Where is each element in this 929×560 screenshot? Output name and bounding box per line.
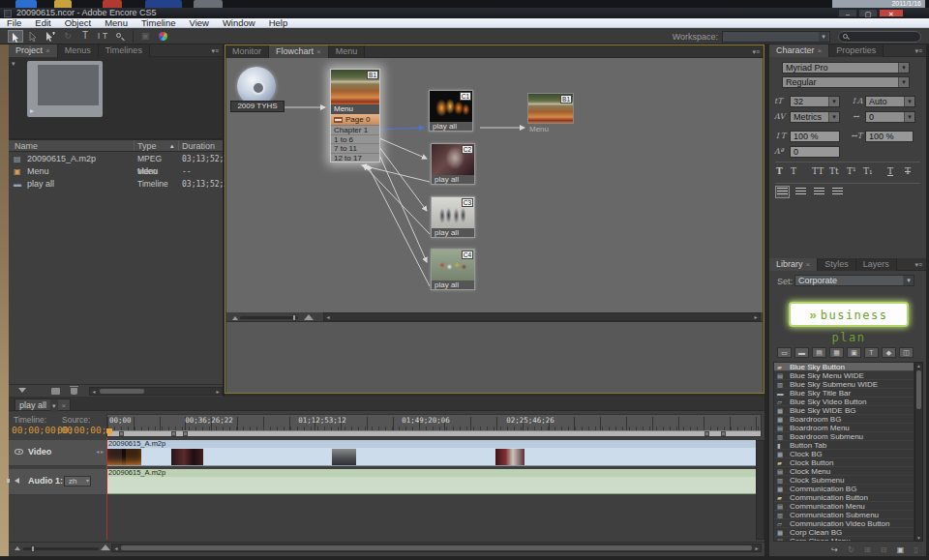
library-item[interactable]: Boardroom Submenu bbox=[774, 432, 914, 441]
new-item-icon[interactable]: ▣ bbox=[897, 545, 905, 554]
new-submenu-icon[interactable]: ⊟ bbox=[881, 545, 887, 554]
sort-arrow-icon[interactable]: ▴ bbox=[170, 140, 174, 152]
library-item[interactable]: Clock Submenu bbox=[774, 476, 914, 485]
text-tool-icon[interactable]: T bbox=[77, 30, 93, 43]
panel-menu-icon[interactable]: ▾≡ bbox=[914, 47, 922, 55]
faux-italic-icon[interactable]: T bbox=[791, 166, 796, 176]
timeline-node-c4[interactable]: C4 play all bbox=[431, 249, 475, 290]
zoom-out-icon[interactable] bbox=[15, 546, 20, 550]
filter-buttons-icon[interactable]: ▭ bbox=[777, 347, 792, 358]
menu-link-row[interactable]: 7 to 11 bbox=[331, 143, 379, 153]
preview-wheel-icon[interactable] bbox=[159, 32, 167, 41]
collapse-icon[interactable]: ▾ bbox=[12, 60, 15, 68]
asset-row[interactable]: play all Timeline 03;13;52;23 bbox=[9, 178, 223, 191]
library-item[interactable]: Button Tab bbox=[774, 441, 914, 450]
filter-backgrounds-icon[interactable]: ▦ bbox=[829, 347, 844, 358]
zoom-in-icon[interactable] bbox=[101, 545, 110, 550]
menu-link-row[interactable]: 12 to 17 bbox=[331, 153, 379, 162]
timeline-ruler[interactable]: 00;00 00;36;26;22 01;12;53;12 01;49;20;0… bbox=[106, 414, 762, 437]
disc-node-label[interactable]: 2009 TYHS bbox=[230, 101, 285, 112]
chevron-down-icon[interactable]: ▾ bbox=[50, 399, 58, 412]
chapter-marker[interactable] bbox=[183, 431, 188, 436]
taskbar-icon[interactable] bbox=[54, 0, 72, 8]
eye-icon[interactable] bbox=[15, 449, 23, 455]
tracking-dropdown[interactable]: 0 bbox=[865, 111, 915, 123]
new-item-icon[interactable] bbox=[51, 388, 60, 395]
search-input[interactable] bbox=[851, 32, 914, 42]
menu-item[interactable]: Window bbox=[216, 18, 262, 28]
set-dropdown[interactable]: Corporate bbox=[794, 275, 914, 286]
tab-character[interactable]: Character× bbox=[769, 44, 829, 57]
snap-icon[interactable]: ▣ bbox=[137, 30, 153, 43]
menu-node-title[interactable]: Menu bbox=[331, 104, 379, 114]
library-item[interactable]: Communication BG bbox=[774, 485, 914, 493]
move-tool-icon[interactable] bbox=[43, 30, 58, 43]
vertical-text-tool-icon[interactable]: I T bbox=[95, 30, 110, 43]
trash-icon[interactable] bbox=[71, 388, 77, 395]
zoom-in-icon[interactable] bbox=[304, 314, 314, 320]
tab-timelines[interactable]: Timelines bbox=[99, 44, 150, 57]
tab-monitor[interactable]: Monitor bbox=[225, 45, 269, 58]
zoom-slider[interactable] bbox=[240, 316, 298, 319]
library-item[interactable]: Blue Sky Video Button bbox=[774, 398, 914, 406]
menu-item[interactable]: File bbox=[0, 18, 28, 28]
zoom-tool-icon[interactable] bbox=[112, 30, 128, 43]
video-track-header[interactable]: Video ◂ ▸ bbox=[9, 440, 106, 466]
direct-select-tool-icon[interactable] bbox=[25, 30, 41, 43]
tab-menus[interactable]: Menus bbox=[58, 44, 99, 57]
align-justify-icon[interactable] bbox=[831, 187, 844, 197]
timeline-node-c1[interactable]: C1 play all bbox=[429, 90, 473, 132]
tab-properties[interactable]: Properties bbox=[829, 44, 884, 57]
audio-clip[interactable]: 20090615_A.m2p bbox=[106, 469, 762, 494]
tab-play-all-timeline[interactable]: play all▾× bbox=[15, 398, 71, 411]
horizontal-scale-field[interactable]: 100 % bbox=[865, 131, 914, 142]
workspace-dropdown[interactable] bbox=[722, 31, 830, 43]
title-bar[interactable]: 20090615.ncor - Adobe Encore CS5 – ▢ ✕ bbox=[0, 8, 929, 18]
tab-project[interactable]: Project× bbox=[9, 44, 58, 57]
chapter-marker[interactable] bbox=[171, 431, 176, 436]
search-box[interactable] bbox=[838, 31, 921, 43]
selection-tool-icon[interactable] bbox=[8, 30, 23, 43]
taskbar-icon[interactable] bbox=[145, 0, 182, 8]
underline-icon[interactable]: T bbox=[887, 166, 893, 176]
menu-item[interactable]: Edit bbox=[28, 18, 57, 28]
library-item[interactable]: Blue Sky Button bbox=[774, 363, 914, 371]
project-hscrollbar[interactable]: ◂▸ bbox=[89, 387, 223, 396]
panel-menu-icon[interactable]: ▾≡ bbox=[752, 48, 760, 56]
menu-link-row[interactable]: 1 to 6 bbox=[331, 134, 379, 144]
audio-track-header[interactable]: Audio 1: zh bbox=[9, 469, 106, 495]
timeline-node-c2[interactable]: C2 play all bbox=[431, 143, 475, 185]
column-name[interactable]: Name bbox=[15, 140, 38, 152]
flowchart-canvas[interactable]: 2009 TYHS B1 Menu Page 0 Chapter 11 to 6… bbox=[226, 58, 763, 312]
library-item[interactable]: Blue Sky Title Bar bbox=[774, 389, 914, 398]
menu-ref-node[interactable]: B1 bbox=[527, 93, 574, 124]
menu-item[interactable]: Timeline bbox=[135, 18, 183, 28]
baseline-shift-field[interactable]: 0 bbox=[790, 146, 840, 158]
library-item[interactable]: Boardroom BG bbox=[774, 415, 914, 424]
faux-bold-icon[interactable]: T bbox=[776, 166, 783, 176]
filter-replace-icon[interactable]: ◫ bbox=[899, 347, 914, 358]
video-clip[interactable]: 20090615_A.m2p bbox=[106, 440, 762, 466]
audio-language-dropdown[interactable]: zh bbox=[64, 476, 91, 486]
menu-item[interactable]: Menu bbox=[98, 18, 135, 28]
minimize-button[interactable]: – bbox=[838, 9, 857, 17]
asset-row[interactable]: 20090615_A.m2p MPEG video 03;13;52;23 bbox=[9, 153, 223, 165]
tab-flowchart[interactable]: Flowchart× bbox=[269, 45, 329, 58]
all-caps-icon[interactable]: TT bbox=[812, 166, 824, 176]
rotate-tool-icon[interactable]: ↻ bbox=[60, 30, 75, 43]
tab-library[interactable]: Library× bbox=[769, 258, 818, 271]
tab-styles[interactable]: Styles bbox=[818, 258, 856, 271]
close-button[interactable]: ✕ bbox=[879, 9, 904, 17]
menu-page-row[interactable]: Page 0 bbox=[331, 114, 379, 125]
subscript-icon[interactable]: T₁ bbox=[863, 166, 873, 176]
small-caps-icon[interactable]: Tt bbox=[829, 166, 839, 176]
tab-menu[interactable]: Menu bbox=[329, 45, 366, 58]
filter-layersets-icon[interactable]: ▣ bbox=[847, 347, 861, 358]
playhead-line[interactable] bbox=[106, 437, 107, 540]
align-right-icon[interactable] bbox=[813, 187, 825, 197]
tab-layers[interactable]: Layers bbox=[856, 258, 897, 271]
font-style-dropdown[interactable]: Regular bbox=[782, 76, 910, 88]
timeline-vscrollbar[interactable] bbox=[756, 440, 764, 540]
panel-menu-icon[interactable]: ▾≡ bbox=[211, 47, 219, 55]
filter-type-icon[interactable]: T bbox=[864, 347, 879, 358]
